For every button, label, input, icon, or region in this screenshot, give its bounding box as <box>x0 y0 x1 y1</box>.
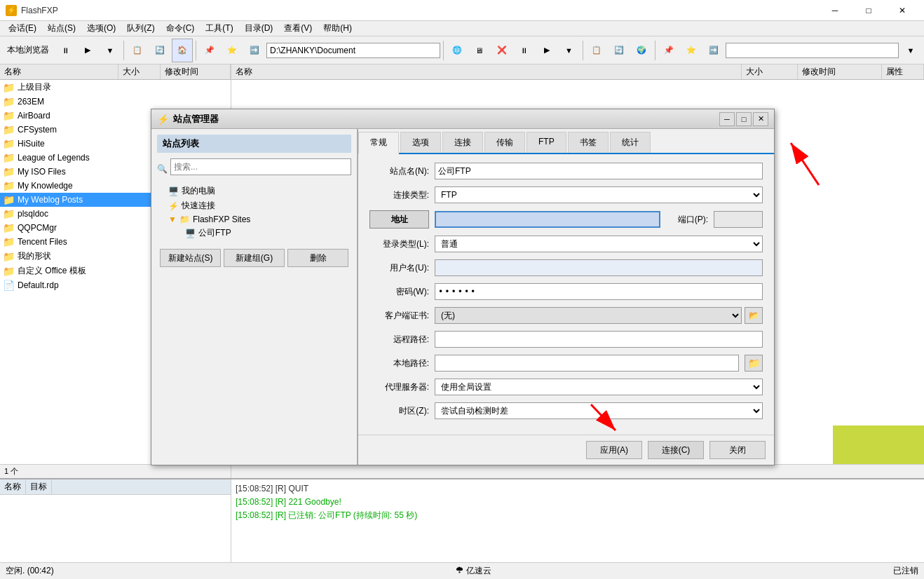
remote-path-input[interactable] <box>726 43 899 58</box>
site-name-input[interactable] <box>435 163 763 179</box>
arrow-btn-left[interactable]: ➡️ <box>244 39 265 62</box>
close-button[interactable]: ✕ <box>886 0 918 21</box>
bookmark-btn-right[interactable]: 📌 <box>658 39 679 62</box>
list-item[interactable]: 📁 263EM <box>0 95 231 109</box>
folder-icon: 📁 <box>3 222 15 233</box>
list-item[interactable]: 📁 上级目录 <box>0 80 231 95</box>
pause-button[interactable]: ⏸ <box>55 39 76 62</box>
log-panel: [15:08:52] [R] QUIT [15:08:52] [R] 221 G… <box>231 479 924 562</box>
tab-transfer[interactable]: 传输 <box>484 132 525 153</box>
tree-item-label: FlashFXP Sites <box>193 214 250 224</box>
password-input[interactable] <box>435 283 763 300</box>
apply-button[interactable]: 应用(A) <box>586 441 642 459</box>
remote-path-input[interactable] <box>435 331 763 348</box>
timezone-select[interactable]: 尝试自动检测时差 <box>435 402 763 419</box>
tree-item-companyftp[interactable]: 🖥️ 公司FTP <box>157 226 351 240</box>
search-row: 🔍 <box>157 158 351 179</box>
tree-item-quickconnect[interactable]: ⚡ 快速连接 <box>157 198 351 213</box>
copy-btn2[interactable]: 📋 <box>586 39 607 62</box>
conn-type-select[interactable]: FTP <box>435 186 763 203</box>
log-line: [15:08:52] [R] 已注销: 公司FTP (持续时间: 55 秒) <box>236 509 920 522</box>
right-col-attr: 属性 <box>882 64 924 79</box>
menu-directory[interactable]: 目录(D) <box>239 21 279 36</box>
title-bar-left: ⚡ FlashFXP <box>6 5 58 16</box>
new-group-button[interactable]: 新建组(G) <box>224 249 285 267</box>
refresh-button[interactable]: 🔄 <box>149 39 170 62</box>
local-browse-button[interactable]: 📁 <box>745 355 763 372</box>
play-btn2[interactable]: ▶ <box>536 39 557 62</box>
cert-select[interactable]: (无) <box>435 307 742 324</box>
tab-connection[interactable]: 连接 <box>442 132 483 153</box>
left-bottom-col-target: 目标 <box>26 479 52 494</box>
addr-input[interactable] <box>435 211 660 228</box>
folder-icon: 📁 <box>3 96 15 107</box>
tab-general[interactable]: 常规 <box>358 132 399 154</box>
path-input[interactable] <box>266 43 440 58</box>
dialog-title-text: ⚡ 站点管理器 <box>157 113 219 125</box>
dialog-minimize-btn[interactable]: ─ <box>719 112 735 126</box>
home-button[interactable]: 🏠 <box>172 39 193 62</box>
local-path-input[interactable] <box>435 355 739 372</box>
menu-session[interactable]: 会话(E) <box>3 21 42 36</box>
menu-help[interactable]: 帮助(H) <box>318 21 358 36</box>
port-input[interactable] <box>714 211 763 228</box>
star-btn-left[interactable]: ⭐ <box>222 39 243 62</box>
pause-btn2[interactable]: ⏸ <box>514 39 535 62</box>
close-dialog-button[interactable]: 关闭 <box>709 441 766 459</box>
network-btn[interactable]: 🌐 <box>447 39 468 62</box>
menu-view[interactable]: 查看(V) <box>278 21 318 36</box>
toolbar-separator2 <box>196 41 196 60</box>
arrow-btn-right[interactable]: ➡️ <box>703 39 724 62</box>
server-btn[interactable]: 🖥 <box>469 39 490 62</box>
star-btn-right[interactable]: ⭐ <box>681 39 702 62</box>
login-type-row: 登录类型(L): 普通 <box>369 236 763 252</box>
right-col-name: 名称 <box>231 64 742 79</box>
connect-button[interactable]: 连接(C) <box>648 441 704 459</box>
proxy-select[interactable]: 使用全局设置 <box>435 379 763 395</box>
conn-type-label: 连接类型: <box>369 189 429 201</box>
username-input[interactable] <box>435 259 763 276</box>
port-label: 端口(P): <box>666 214 708 226</box>
menu-command[interactable]: 命令(C) <box>161 21 201 36</box>
proxy-row: 代理服务器: 使用全局设置 <box>369 379 763 395</box>
tree-item-mycomputer[interactable]: 🖥️ 我的电脑 <box>157 184 351 198</box>
tab-bookmark[interactable]: 书签 <box>568 132 609 153</box>
site-name-label: 站点名(N): <box>369 165 429 177</box>
toolbar: 本地浏览器 ⏸ ▶ ▼ 📋 🔄 🏠 📌 ⭐ ➡️ 🌐 🖥 ❌ ⏸ ▶ ▼ 📋 🔄… <box>0 36 924 64</box>
menu-options[interactable]: 选项(O) <box>81 21 121 36</box>
menu-tools[interactable]: 工具(T) <box>200 21 238 36</box>
tab-stats[interactable]: 统计 <box>610 132 651 153</box>
maximize-button[interactable]: □ <box>852 0 885 21</box>
folder-icon: 📁 <box>3 208 15 219</box>
globe-btn[interactable]: 🌍 <box>631 39 652 62</box>
dd-btn2[interactable]: ▼ <box>559 39 580 62</box>
menu-site[interactable]: 站点(S) <box>42 21 81 36</box>
toolbar-separator5 <box>655 41 655 60</box>
refresh-btn2[interactable]: 🔄 <box>609 39 630 62</box>
dialog-maximize-btn[interactable]: □ <box>736 112 752 126</box>
new-site-button[interactable]: 新建站点(S) <box>160 249 221 267</box>
copy-button[interactable]: 📋 <box>127 39 148 62</box>
left-bottom-col-name: 名称 <box>0 479 26 494</box>
file-icon: 📄 <box>3 280 15 291</box>
tab-ftp[interactable]: FTP <box>526 132 566 153</box>
dialog-close-btn[interactable]: ✕ <box>753 112 768 126</box>
dialog-content: 站点列表 🔍 🖥️ 我的电脑 ⚡ 快速连接 ▼ <box>151 129 774 465</box>
left-bottom-header: 名称 目标 <box>0 479 231 495</box>
delete-button[interactable]: 删除 <box>287 249 348 267</box>
login-type-select[interactable]: 普通 <box>435 236 763 252</box>
site-search-input[interactable] <box>170 158 351 175</box>
dropdown-button[interactable]: ▼ <box>100 39 121 62</box>
folder-icon: 📁 <box>3 236 15 247</box>
play-button[interactable]: ▶ <box>77 39 98 62</box>
folder-icon: 📁 <box>3 180 15 191</box>
addr-label-btn[interactable]: 地址 <box>369 210 429 229</box>
disconnect-btn[interactable]: ❌ <box>491 39 512 62</box>
tree-item-flashfxpsites[interactable]: ▼ 📁 FlashFXP Sites <box>157 213 351 226</box>
tab-options[interactable]: 选项 <box>400 132 441 153</box>
menu-queue[interactable]: 队列(Z) <box>121 21 160 36</box>
minimize-button[interactable]: ─ <box>819 0 851 21</box>
bookmark-btn-left[interactable]: 📌 <box>199 39 220 62</box>
cert-browse-button[interactable]: 📂 <box>745 307 763 324</box>
dropdown-btn-right[interactable]: ▼ <box>900 39 921 62</box>
